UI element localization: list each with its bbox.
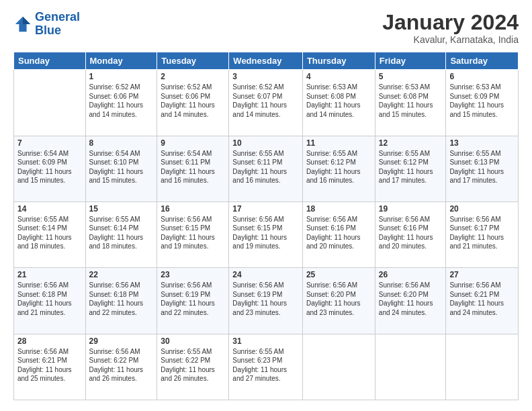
- svg-marker-1: [23, 17, 30, 24]
- col-tuesday: Tuesday: [157, 52, 229, 70]
- col-sunday: Sunday: [14, 52, 86, 70]
- calendar-cell: [302, 334, 375, 400]
- cell-details: Sunrise: 6:55 AMSunset: 6:23 PMDaylight:…: [232, 348, 287, 383]
- calendar-cell: 4 Sunrise: 6:53 AMSunset: 6:08 PMDayligh…: [302, 70, 375, 136]
- day-number: 16: [161, 204, 225, 214]
- calendar-cell: 3 Sunrise: 6:52 AMSunset: 6:07 PMDayligh…: [229, 70, 303, 136]
- calendar-cell: 20 Sunrise: 6:56 AMSunset: 6:17 PMDaylig…: [446, 201, 519, 267]
- col-saturday: Saturday: [446, 52, 519, 70]
- calendar-cell: 21 Sunrise: 6:56 AMSunset: 6:18 PMDaylig…: [14, 268, 86, 334]
- day-number: 30: [161, 336, 225, 346]
- calendar-cell: 29 Sunrise: 6:56 AMSunset: 6:22 PMDaylig…: [85, 334, 157, 400]
- calendar-cell: 27 Sunrise: 6:56 AMSunset: 6:21 PMDaylig…: [446, 268, 519, 334]
- day-number: 3: [232, 72, 299, 81]
- day-number: 10: [232, 138, 299, 148]
- week-row-1: 7 Sunrise: 6:54 AMSunset: 6:09 PMDayligh…: [14, 136, 519, 201]
- calendar-cell: 31 Sunrise: 6:55 AMSunset: 6:23 PMDaylig…: [229, 334, 303, 400]
- cell-details: Sunrise: 6:56 AMSunset: 6:15 PMDaylight:…: [232, 216, 287, 250]
- day-number: 15: [89, 204, 154, 214]
- day-number: 22: [89, 270, 154, 279]
- calendar-cell: 6 Sunrise: 6:53 AMSunset: 6:09 PMDayligh…: [446, 70, 519, 136]
- cell-details: Sunrise: 6:56 AMSunset: 6:20 PMDaylight:…: [306, 281, 361, 316]
- week-row-3: 21 Sunrise: 6:56 AMSunset: 6:18 PMDaylig…: [14, 268, 519, 334]
- calendar-cell: 12 Sunrise: 6:55 AMSunset: 6:12 PMDaylig…: [375, 136, 446, 201]
- day-number: 9: [161, 138, 225, 148]
- calendar-cell: 15 Sunrise: 6:55 AMSunset: 6:14 PMDaylig…: [85, 201, 157, 267]
- cell-details: Sunrise: 6:55 AMSunset: 6:22 PMDaylight:…: [161, 348, 215, 383]
- logo-text: General Blue: [35, 11, 80, 38]
- day-number: 20: [449, 204, 515, 214]
- cell-details: Sunrise: 6:56 AMSunset: 6:19 PMDaylight:…: [232, 281, 287, 316]
- day-number: 27: [449, 270, 515, 279]
- day-number: 26: [379, 270, 443, 279]
- calendar-cell: 2 Sunrise: 6:52 AMSunset: 6:06 PMDayligh…: [157, 70, 229, 136]
- week-row-2: 14 Sunrise: 6:55 AMSunset: 6:14 PMDaylig…: [14, 201, 519, 267]
- title-block: January 2024 Kavalur, Karnataka, India: [382, 11, 519, 45]
- day-number: 25: [306, 270, 371, 279]
- cell-details: Sunrise: 6:55 AMSunset: 6:13 PMDaylight:…: [449, 150, 504, 185]
- cell-details: Sunrise: 6:55 AMSunset: 6:11 PMDaylight:…: [232, 150, 287, 185]
- calendar-cell: 9 Sunrise: 6:54 AMSunset: 6:11 PMDayligh…: [157, 136, 229, 201]
- calendar-cell: [375, 334, 446, 400]
- cell-details: Sunrise: 6:56 AMSunset: 6:18 PMDaylight:…: [17, 281, 72, 316]
- day-number: 8: [89, 138, 154, 148]
- day-number: 19: [379, 204, 443, 214]
- cell-details: Sunrise: 6:53 AMSunset: 6:08 PMDaylight:…: [379, 83, 433, 118]
- calendar-cell: 19 Sunrise: 6:56 AMSunset: 6:16 PMDaylig…: [375, 201, 446, 267]
- day-number: 17: [232, 204, 299, 214]
- day-number: 5: [379, 72, 443, 81]
- col-friday: Friday: [375, 52, 446, 70]
- day-number: 4: [306, 72, 371, 81]
- col-monday: Monday: [85, 52, 157, 70]
- calendar-cell: 25 Sunrise: 6:56 AMSunset: 6:20 PMDaylig…: [302, 268, 375, 334]
- logo: General Blue: [13, 11, 80, 38]
- cell-details: Sunrise: 6:55 AMSunset: 6:14 PMDaylight:…: [89, 216, 144, 250]
- logo-line2: Blue: [35, 24, 61, 37]
- cell-details: Sunrise: 6:56 AMSunset: 6:21 PMDaylight:…: [17, 348, 72, 383]
- calendar-cell: 22 Sunrise: 6:56 AMSunset: 6:18 PMDaylig…: [85, 268, 157, 334]
- cell-details: Sunrise: 6:56 AMSunset: 6:17 PMDaylight:…: [449, 216, 504, 250]
- cell-details: Sunrise: 6:52 AMSunset: 6:07 PMDaylight:…: [232, 83, 287, 118]
- day-number: 7: [17, 138, 82, 148]
- cell-details: Sunrise: 6:53 AMSunset: 6:08 PMDaylight:…: [306, 83, 361, 118]
- page: General Blue January 2024 Kavalur, Karna…: [0, 0, 532, 411]
- calendar-cell: 16 Sunrise: 6:56 AMSunset: 6:15 PMDaylig…: [157, 201, 229, 267]
- cell-details: Sunrise: 6:54 AMSunset: 6:10 PMDaylight:…: [89, 150, 144, 185]
- calendar-cell: 8 Sunrise: 6:54 AMSunset: 6:10 PMDayligh…: [85, 136, 157, 201]
- day-number: 28: [17, 336, 82, 346]
- day-number: 11: [306, 138, 371, 148]
- calendar-cell: [446, 334, 519, 400]
- col-wednesday: Wednesday: [229, 52, 303, 70]
- day-number: 6: [449, 72, 515, 81]
- header-row: Sunday Monday Tuesday Wednesday Thursday…: [14, 52, 519, 70]
- day-number: 31: [232, 336, 299, 346]
- day-number: 14: [17, 204, 82, 214]
- day-number: 1: [89, 72, 154, 81]
- calendar-cell: 7 Sunrise: 6:54 AMSunset: 6:09 PMDayligh…: [14, 136, 86, 201]
- cell-details: Sunrise: 6:52 AMSunset: 6:06 PMDaylight:…: [161, 83, 215, 118]
- week-row-0: 1 Sunrise: 6:52 AMSunset: 6:06 PMDayligh…: [14, 70, 519, 136]
- cell-details: Sunrise: 6:54 AMSunset: 6:11 PMDaylight:…: [161, 150, 215, 185]
- cell-details: Sunrise: 6:55 AMSunset: 6:12 PMDaylight:…: [379, 150, 433, 185]
- calendar-cell: 26 Sunrise: 6:56 AMSunset: 6:20 PMDaylig…: [375, 268, 446, 334]
- calendar-cell: 13 Sunrise: 6:55 AMSunset: 6:13 PMDaylig…: [446, 136, 519, 201]
- logo-line1: General: [35, 10, 80, 24]
- main-title: January 2024: [382, 11, 519, 34]
- cell-details: Sunrise: 6:56 AMSunset: 6:16 PMDaylight:…: [306, 216, 361, 250]
- week-row-4: 28 Sunrise: 6:56 AMSunset: 6:21 PMDaylig…: [14, 334, 519, 400]
- day-number: 24: [232, 270, 299, 279]
- cell-details: Sunrise: 6:53 AMSunset: 6:09 PMDaylight:…: [449, 83, 504, 118]
- calendar-cell: 18 Sunrise: 6:56 AMSunset: 6:16 PMDaylig…: [302, 201, 375, 267]
- calendar-cell: 5 Sunrise: 6:53 AMSunset: 6:08 PMDayligh…: [375, 70, 446, 136]
- cell-details: Sunrise: 6:56 AMSunset: 6:20 PMDaylight:…: [379, 281, 433, 316]
- cell-details: Sunrise: 6:55 AMSunset: 6:14 PMDaylight:…: [17, 216, 72, 250]
- day-number: 21: [17, 270, 82, 279]
- calendar-cell: 10 Sunrise: 6:55 AMSunset: 6:11 PMDaylig…: [229, 136, 303, 201]
- calendar-cell: 17 Sunrise: 6:56 AMSunset: 6:15 PMDaylig…: [229, 201, 303, 267]
- calendar-cell: 23 Sunrise: 6:56 AMSunset: 6:19 PMDaylig…: [157, 268, 229, 334]
- calendar-table: Sunday Monday Tuesday Wednesday Thursday…: [13, 52, 519, 400]
- cell-details: Sunrise: 6:52 AMSunset: 6:06 PMDaylight:…: [89, 83, 144, 118]
- calendar-cell: 11 Sunrise: 6:55 AMSunset: 6:12 PMDaylig…: [302, 136, 375, 201]
- cell-details: Sunrise: 6:56 AMSunset: 6:21 PMDaylight:…: [449, 281, 504, 316]
- logo-icon: [13, 15, 32, 34]
